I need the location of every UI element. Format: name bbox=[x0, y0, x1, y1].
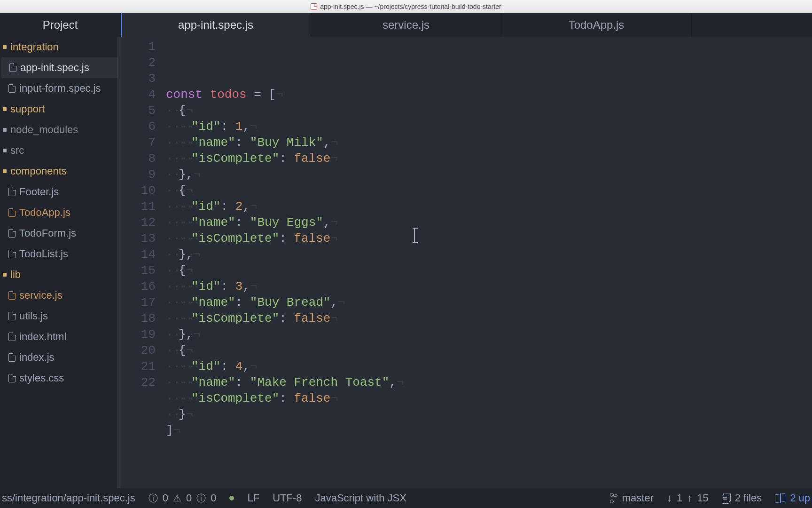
status-branch-name: master bbox=[622, 492, 654, 504]
line-number: 10 bbox=[121, 183, 166, 198]
status-git-ahead-behind[interactable]: ↓ 1 ↑ 15 bbox=[667, 492, 709, 504]
folder-icon bbox=[3, 107, 7, 111]
code-line[interactable]: ····},¬ bbox=[166, 246, 404, 262]
tree-item-label: TodoList.js bbox=[19, 248, 68, 260]
workspace: integrationapp-init.spec.jsinput-form.sp… bbox=[0, 37, 812, 488]
tab-service-js[interactable]: service.js bbox=[311, 13, 501, 37]
code-line[interactable]: ········"id": 1,¬ bbox=[166, 119, 404, 135]
code-line[interactable]: ····}¬ bbox=[166, 406, 404, 422]
status-path[interactable]: ss/integration/app-init.spec.js bbox=[2, 492, 135, 504]
file-icon bbox=[8, 250, 16, 258]
tree-folder[interactable]: components bbox=[0, 161, 121, 182]
code-line[interactable]: ····{¬ bbox=[166, 183, 404, 198]
code-line[interactable]: ········"isComplete": false¬ bbox=[166, 390, 404, 406]
file-icon bbox=[8, 333, 16, 341]
code-line[interactable]: ········"id": 2,¬ bbox=[166, 198, 404, 214]
tree-file[interactable]: utils.js bbox=[0, 306, 121, 326]
package-icon bbox=[775, 493, 785, 503]
status-updates-label: 2 up bbox=[790, 492, 810, 504]
tree-file[interactable]: TodoApp.js bbox=[0, 202, 121, 223]
line-number: 21 bbox=[121, 358, 166, 374]
status-files-label: 2 files bbox=[735, 492, 762, 504]
tree-folder[interactable]: support bbox=[0, 99, 121, 119]
tree-item-label: integration bbox=[10, 41, 59, 53]
tree-file[interactable]: app-init.spec.js bbox=[1, 57, 118, 78]
status-info: 0 bbox=[211, 492, 216, 504]
status-warnings: 0 bbox=[186, 492, 192, 504]
code-line[interactable]: ········"name": "Buy Bread",¬ bbox=[166, 294, 404, 310]
clean-dot-icon bbox=[229, 496, 234, 500]
file-icon bbox=[8, 84, 16, 93]
window-title: app-init.spec.js — ~/projects/cypress-tu… bbox=[320, 3, 501, 10]
tree-file[interactable]: styles.css bbox=[0, 368, 121, 389]
status-behind: 1 bbox=[677, 492, 682, 504]
tree-folder[interactable]: lib bbox=[0, 264, 121, 285]
line-number: 11 bbox=[121, 198, 166, 214]
tab-todoapp-js[interactable]: TodoApp.js bbox=[501, 13, 692, 37]
file-icon bbox=[8, 291, 16, 300]
code-line[interactable]: ········"isComplete": false¬ bbox=[166, 151, 404, 167]
code-line[interactable]: ····{¬ bbox=[166, 342, 404, 358]
warning-icon: ⚠ bbox=[173, 492, 181, 504]
tree-file[interactable]: index.html bbox=[0, 326, 121, 347]
code-line[interactable]: ····{¬ bbox=[166, 103, 404, 119]
code-line[interactable]: ········"name": "Buy Eggs",¬ bbox=[166, 214, 404, 230]
status-file-clean bbox=[229, 496, 234, 500]
status-updates[interactable]: 2 up bbox=[775, 492, 810, 504]
line-number: 19 bbox=[121, 326, 166, 342]
code-line[interactable]: ····},¬ bbox=[166, 326, 404, 342]
code-line[interactable]: ]¬ bbox=[166, 422, 404, 438]
line-number: 5 bbox=[121, 103, 166, 119]
status-diagnostics[interactable]: ⓘ 0 ⚠ 0 ⓘ 0 bbox=[148, 492, 217, 505]
tree-folder[interactable]: src bbox=[0, 140, 121, 161]
line-number: 15 bbox=[121, 262, 166, 278]
code-line[interactable]: ········"id": 4,¬ bbox=[166, 358, 404, 374]
tab-app-init-spec[interactable]: app-init.spec.js bbox=[121, 13, 311, 37]
status-grammar[interactable]: JavaScript with JSX bbox=[315, 492, 406, 504]
arrow-up-icon: ↑ bbox=[687, 492, 692, 504]
tree-folder[interactable]: node_modules bbox=[0, 119, 121, 140]
line-number: 12 bbox=[121, 214, 166, 230]
folder-icon bbox=[3, 128, 7, 132]
line-number: 7 bbox=[121, 135, 166, 151]
status-line-ending[interactable]: LF bbox=[247, 492, 259, 504]
project-tree[interactable]: integrationapp-init.spec.jsinput-form.sp… bbox=[0, 37, 121, 488]
code-line[interactable]: const todos = [¬ bbox=[166, 87, 404, 103]
tree-file[interactable]: Footer.js bbox=[0, 182, 121, 202]
file-icon bbox=[8, 208, 16, 217]
tree-file[interactable]: index.js bbox=[0, 347, 121, 368]
file-icon bbox=[8, 188, 16, 196]
code-line[interactable]: ········"isComplete": false¬ bbox=[166, 310, 404, 326]
tabs-bar: Project app-init.spec.js service.js Todo… bbox=[0, 13, 812, 37]
status-encoding[interactable]: UTF-8 bbox=[273, 492, 302, 504]
folder-icon bbox=[3, 149, 7, 152]
tree-item-label: input-form.spec.js bbox=[19, 82, 101, 95]
status-grammar-text: JavaScript with JSX bbox=[315, 492, 406, 504]
status-changed-files[interactable]: 2 files bbox=[722, 492, 762, 504]
code-line[interactable]: ········"name": "Make French Toast",¬ bbox=[166, 374, 404, 390]
arrow-down-icon: ↓ bbox=[667, 492, 672, 504]
tree-file[interactable]: TodoList.js bbox=[0, 244, 121, 264]
line-number: 6 bbox=[121, 119, 166, 135]
file-icon bbox=[8, 353, 16, 362]
status-errors: 0 bbox=[163, 492, 168, 504]
tab-label: TodoApp.js bbox=[569, 18, 625, 32]
tree-item-label: utils.js bbox=[19, 310, 48, 322]
line-number: 8 bbox=[121, 151, 166, 167]
tree-file[interactable]: service.js bbox=[0, 285, 121, 306]
code-line[interactable]: ····},¬ bbox=[166, 167, 404, 183]
tree-file[interactable]: TodoForm.js bbox=[0, 223, 121, 244]
code-editor[interactable]: 12345678910111213141516171819202122 cons… bbox=[121, 37, 812, 488]
tree-folder[interactable]: integration bbox=[0, 37, 121, 57]
code-line[interactable]: ····{¬ bbox=[166, 262, 404, 278]
code-line[interactable]: ········"name": "Buy Milk",¬ bbox=[166, 135, 404, 151]
code-line[interactable]: ········"id": 3,¬ bbox=[166, 278, 404, 294]
tree-item-label: TodoForm.js bbox=[19, 227, 76, 239]
file-icon bbox=[8, 312, 16, 320]
project-panel-tab[interactable]: Project bbox=[0, 13, 121, 37]
tree-file[interactable]: input-form.spec.js bbox=[0, 78, 121, 99]
code-line[interactable]: ········"isComplete": false¬ bbox=[166, 230, 404, 246]
line-number: 3 bbox=[121, 71, 166, 87]
code-content[interactable]: const todos = [¬····{¬········"id": 1,¬·… bbox=[166, 37, 404, 488]
status-git-branch[interactable]: master bbox=[610, 492, 654, 504]
